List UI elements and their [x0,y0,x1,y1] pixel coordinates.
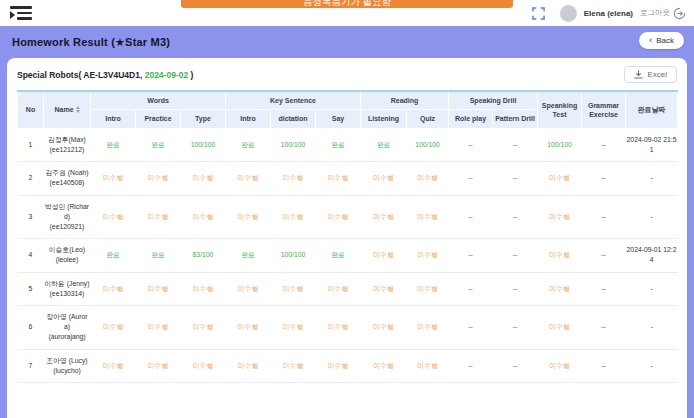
status-cell: -- [493,128,538,161]
student-name-cell: 김정후(Max) (ee121212) [44,128,91,161]
status-cell: 미수행 [316,195,361,239]
col-complete-date: 완료날짜 [626,91,678,128]
group-key-sentence: Key Sentence [226,91,361,110]
status-cell: -- [449,195,493,239]
status-cell: 미수행 [136,195,181,239]
student-id: (ee121212) [45,145,90,155]
status-cell: 미수행 [407,272,449,305]
col-speaking-test: Speanking Test [538,91,582,128]
col-ks-intro: Intro [226,110,271,128]
row-number: 5 [18,272,44,305]
student-name-cell: 조아영 (Lucy) (lucycho) [44,349,91,382]
row-number: 3 [18,195,44,239]
fullscreen-icon[interactable] [532,7,545,20]
group-reading: Reading [361,91,449,110]
student-name-cell: 박성민 (Richard) (ee120921) [44,195,91,239]
col-pattern-drill: Pattern Drill [493,110,538,128]
table-row: 7 조아영 (Lucy) (lucycho) 미수행미수행미수행미수행미수행미수… [18,349,678,382]
status-cell: 미수행 [271,349,316,382]
page-header: Homework Result (★Star M3) ‹ Back [0,26,694,58]
status-cell: 미수행 [91,305,136,349]
assignment-date: 2024-09-02 [145,70,188,80]
status-cell: 미수행 [91,162,136,195]
status-cell: 미수행 [181,162,226,195]
student-id: (ee120921) [45,222,90,232]
status-cell: 미수행 [407,305,449,349]
status-cell: 완료 [136,239,181,272]
student-name: 김주원 (Noah) [45,168,90,178]
status-cell: 미수행 [361,162,407,195]
subtitle-prefix: Special Robots( AE-L3V4U4D1, [17,70,145,80]
student-name-cell: 이승호(Leo) (leolee) [44,239,91,272]
status-cell: 미수행 [361,195,407,239]
table-header-group-row: No Name Words Key Sentence Reading Speak… [18,91,678,110]
row-number: 7 [18,349,44,382]
sort-icon[interactable] [76,106,80,113]
status-cell: 미수행 [538,305,582,349]
complete-date-cell: - [626,195,678,239]
back-label: Back [656,36,674,45]
col-ks-say: Say [316,110,361,128]
logout-button[interactable]: 로그아웃 [640,7,686,20]
top-app-bar: 음성녹음기가 필요함 Elena (elena) 로그아웃 [0,0,694,26]
row-number: 1 [18,128,44,161]
page-title: Homework Result (★Star M3) [12,36,170,49]
status-cell: 미수행 [226,305,271,349]
student-id: (leolee) [45,255,90,265]
card-toolbar: Special Robots( AE-L3V4U4D1, 2024-09-02 … [17,66,677,83]
complete-date-cell: - [626,162,678,195]
status-cell: 완료 [91,128,136,161]
status-cell: -- [449,305,493,349]
status-cell: -- [493,305,538,349]
status-cell: 미수행 [316,349,361,382]
status-cell: 미수행 [271,305,316,349]
col-role-play: Role play [449,110,493,128]
status-cell: 미수행 [361,305,407,349]
back-button[interactable]: ‹ Back [639,32,684,49]
status-cell: 미수행 [91,349,136,382]
logout-label: 로그아웃 [640,8,670,18]
status-cell: 100/100 [271,128,316,161]
status-cell: 미수행 [91,272,136,305]
avatar[interactable] [560,5,577,22]
col-name[interactable]: Name [44,91,91,128]
status-cell: 미수행 [407,195,449,239]
status-cell: 미수행 [407,239,449,272]
status-cell: 미수행 [271,272,316,305]
status-cell: 미수행 [538,272,582,305]
status-cell: 미수행 [271,162,316,195]
complete-date-cell: 2024-09-01 12:24 [626,239,678,272]
homework-result-table: No Name Words Key Sentence Reading Speak… [17,90,678,383]
student-id: (aurorajang) [45,332,90,342]
status-cell: 미수행 [271,195,316,239]
student-id: (ee130314) [45,289,90,299]
student-id: (lucycho) [45,366,90,376]
notice-banner-button[interactable]: 음성녹음기가 필요함 [181,0,513,8]
subtitle-suffix: ) [188,70,193,80]
assignment-subtitle: Special Robots( AE-L3V4U4D1, 2024-09-02 … [17,70,193,80]
status-cell: 미수행 [181,305,226,349]
complete-date-cell: - [626,305,678,349]
status-cell: -- [582,305,626,349]
group-words: Words [91,91,226,110]
status-cell: -- [582,195,626,239]
status-cell: -- [493,349,538,382]
result-card: Special Robots( AE-L3V4U4D1, 2024-09-02 … [7,58,687,418]
status-cell: 미수행 [538,195,582,239]
student-id: (ee140508) [45,178,90,188]
status-cell: 완료 [316,239,361,272]
status-cell: 미수행 [226,349,271,382]
table-row: 2 김주원 (Noah) (ee140508) 미수행미수행미수행미수행미수행미… [18,162,678,195]
menu-icon[interactable] [10,6,32,20]
excel-export-button[interactable]: Excel [624,66,677,83]
status-cell: 완료 [361,128,407,161]
student-name: 조아영 (Lucy) [45,356,90,366]
student-name-cell: 장아영 (Aurora) (aurorajang) [44,305,91,349]
excel-label: Excel [647,70,667,79]
status-cell: 100/100 [181,128,226,161]
status-cell: 미수행 [181,272,226,305]
row-number: 6 [18,305,44,349]
col-no: No [18,91,44,128]
status-cell: 미수행 [316,305,361,349]
status-cell: 미수행 [407,349,449,382]
